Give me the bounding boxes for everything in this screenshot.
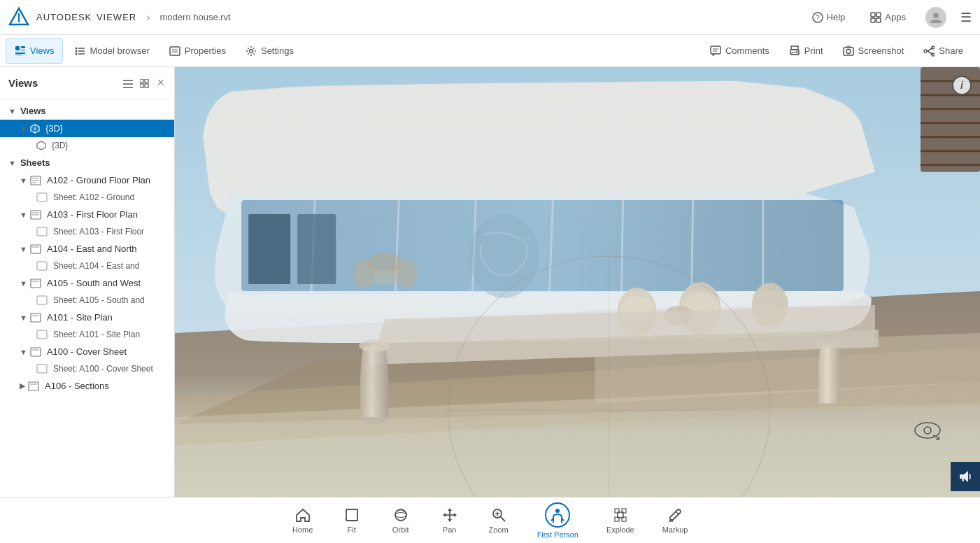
sheet-a102-item[interactable]: ▼ A102 - Ground Floor Plan bbox=[0, 171, 174, 189]
fit-icon bbox=[344, 507, 360, 523]
screenshot-icon bbox=[843, 45, 854, 57]
svg-point-97 bbox=[359, 339, 390, 352]
sheet-a103-sub-label: Sheet: A103 - First Floor bbox=[53, 227, 144, 237]
fit-button[interactable]: Fit bbox=[327, 502, 376, 539]
3d-sub-item[interactable]: {3D} bbox=[0, 137, 174, 154]
svg-rect-85 bbox=[248, 214, 290, 284]
close-sidebar-button[interactable]: × bbox=[155, 74, 166, 92]
eye-cursor-indicator bbox=[914, 420, 942, 441]
svg-line-83 bbox=[692, 200, 693, 291]
svg-point-31 bbox=[796, 50, 797, 52]
3d-view-item[interactable]: ▼ {3D} bbox=[0, 120, 174, 137]
svg-rect-44 bbox=[145, 84, 148, 87]
header-left: AUTODESK VIEWER › modern house.rvt bbox=[8, 7, 231, 28]
home-button[interactable]: Home bbox=[278, 502, 327, 539]
settings-icon bbox=[246, 45, 257, 57]
eye-cursor-icon bbox=[914, 420, 942, 441]
print-button[interactable]: Print bbox=[781, 38, 832, 64]
orbit-button[interactable]: Orbit bbox=[376, 502, 425, 539]
pan-icon bbox=[442, 507, 457, 523]
svg-point-17 bbox=[76, 50, 78, 52]
comments-button[interactable]: Comments bbox=[702, 38, 778, 64]
hamburger-menu-icon[interactable]: ☰ bbox=[960, 10, 972, 25]
bottom-toolbar: Home Fit bbox=[0, 497, 980, 543]
sheet-a101-sub-icon bbox=[36, 330, 48, 339]
model-browser-tab[interactable]: Model browser bbox=[66, 38, 157, 64]
sheet-a103-label: A103 - First Floor Plan bbox=[47, 209, 138, 220]
svg-rect-89 bbox=[374, 270, 395, 284]
list-view-button[interactable] bbox=[122, 76, 134, 90]
views-tab[interactable]: Views bbox=[6, 38, 63, 64]
main-layout: Views × bbox=[0, 67, 980, 497]
sheet-a102-sub-label: Sheet: A102 - Ground bbox=[53, 192, 134, 202]
3d-sub-cube-icon bbox=[36, 141, 46, 150]
svg-rect-56 bbox=[37, 227, 47, 236]
markup-button[interactable]: Markup bbox=[648, 502, 702, 539]
svg-marker-128 bbox=[448, 508, 452, 511]
sheet-a105-sub-label: Sheet: A105 - South and bbox=[53, 295, 145, 305]
toolbar-right: Comments Print Screenshot bbox=[702, 38, 980, 64]
apps-button[interactable]: Apps bbox=[865, 9, 911, 26]
sheet-a101-sub[interactable]: Sheet: A101 - Site Plan bbox=[0, 326, 174, 343]
help-button[interactable]: ? Help bbox=[807, 9, 851, 26]
sheet-a105-item[interactable]: ▼ A105 - South and West bbox=[0, 274, 174, 292]
properties-tab[interactable]: Properties bbox=[161, 38, 234, 64]
sheets-group-header[interactable]: ▼ Sheets bbox=[0, 154, 174, 171]
sheet-a105-icon bbox=[30, 278, 41, 288]
svg-rect-52 bbox=[37, 193, 47, 202]
grid-view-button[interactable] bbox=[139, 76, 151, 90]
orbit-icon bbox=[393, 507, 409, 523]
announcement-button[interactable] bbox=[951, 462, 980, 491]
sheet-a105-sub[interactable]: Sheet: A105 - South and bbox=[0, 292, 174, 309]
info-button[interactable]: i bbox=[952, 76, 972, 95]
pan-button[interactable]: Pan bbox=[425, 502, 474, 539]
screenshot-button[interactable]: Screenshot bbox=[835, 38, 913, 64]
a106-caret-icon: ▶ bbox=[20, 381, 25, 390]
sheet-a101-label: A101 - Site Plan bbox=[47, 312, 113, 323]
svg-rect-25 bbox=[711, 46, 720, 54]
sheet-a104-sub-label: Sheet: A104 - East and bbox=[53, 261, 139, 271]
avatar[interactable] bbox=[925, 7, 946, 28]
share-button[interactable]: Share bbox=[915, 38, 972, 64]
3d-viewer[interactable]: i bbox=[175, 67, 980, 497]
info-icon: i bbox=[960, 80, 963, 91]
markup-icon bbox=[667, 507, 683, 523]
comments-icon bbox=[710, 45, 721, 57]
views-group-header[interactable]: ▼ Views bbox=[0, 102, 174, 120]
sheet-a104-item[interactable]: ▼ A104 - East and North bbox=[0, 240, 174, 258]
zoom-button[interactable]: Zoom bbox=[474, 502, 523, 539]
3d-caret-icon: ▼ bbox=[20, 125, 27, 133]
sheet-a100-sub[interactable]: Sheet: A100 - Cover Sheet bbox=[0, 360, 174, 377]
explode-button[interactable]: Explode bbox=[592, 502, 648, 539]
svg-line-133 bbox=[501, 517, 505, 521]
sheet-a100-item[interactable]: ▼ A100 - Cover Sheet bbox=[0, 343, 174, 360]
sheet-a100-sub-label: Sheet: A100 - Cover Sheet bbox=[53, 364, 153, 374]
sheet-a103-sub[interactable]: Sheet: A103 - First Floor bbox=[0, 223, 174, 240]
settings-tab[interactable]: Settings bbox=[237, 38, 302, 64]
breadcrumb-separator: › bbox=[146, 11, 150, 24]
grid-view-icon bbox=[140, 79, 150, 89]
apps-icon bbox=[870, 12, 881, 23]
svg-point-99 bbox=[817, 339, 842, 349]
first-person-button[interactable]: First Person bbox=[523, 498, 592, 543]
svg-point-87 bbox=[469, 214, 539, 298]
sheet-a105-sub-icon bbox=[36, 295, 48, 305]
svg-rect-63 bbox=[31, 313, 41, 322]
svg-rect-86 bbox=[297, 214, 336, 284]
svg-rect-68 bbox=[37, 365, 47, 373]
sidebar-header: Views × bbox=[0, 67, 174, 99]
svg-rect-12 bbox=[15, 52, 25, 52]
sheet-a102-sub[interactable]: Sheet: A102 - Ground bbox=[0, 189, 174, 206]
sidebar-title: Views bbox=[8, 77, 38, 89]
svg-point-19 bbox=[76, 52, 78, 55]
svg-rect-9 bbox=[15, 46, 20, 50]
sheet-a106-item[interactable]: ▶ A106 - Sections bbox=[0, 377, 174, 395]
svg-rect-65 bbox=[37, 330, 47, 339]
sheet-a103-item[interactable]: ▼ A103 - First Floor Plan bbox=[0, 206, 174, 223]
svg-rect-42 bbox=[145, 79, 148, 83]
sheet-a104-sub[interactable]: Sheet: A104 - East and bbox=[0, 258, 174, 274]
sheet-a101-item[interactable]: ▼ A101 - Site Plan bbox=[0, 309, 174, 326]
svg-point-24 bbox=[249, 49, 253, 52]
sheet-a102-label: A102 - Ground Floor Plan bbox=[47, 175, 150, 185]
svg-rect-10 bbox=[21, 46, 25, 48]
